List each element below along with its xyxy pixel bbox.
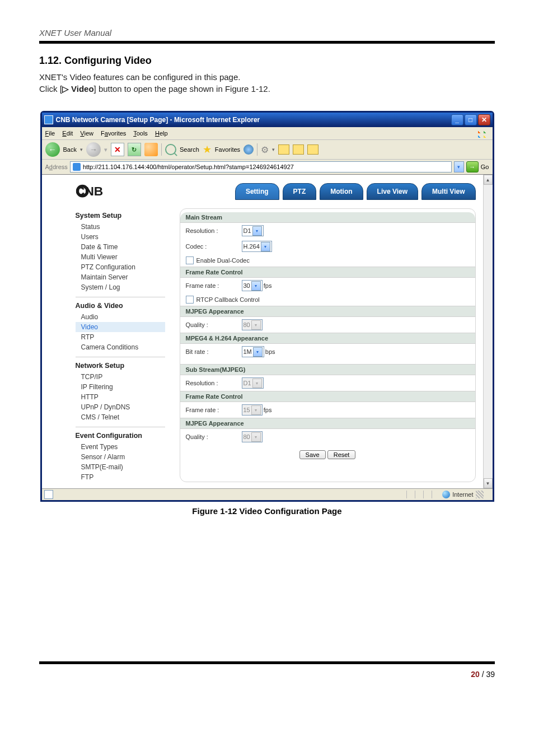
side-status[interactable]: Status <box>76 222 165 232</box>
lbl-dualcodec: Enable Dual-Codec <box>196 257 250 264</box>
windows-flag-icon <box>478 129 489 138</box>
messenger-icon[interactable] <box>307 144 318 155</box>
window-title: CNB Network Camera [Setup Page] - Micros… <box>56 116 260 124</box>
select-sub-resolution[interactable]: D1▾ <box>242 377 264 389</box>
home-button[interactable] <box>144 143 158 156</box>
side-group-event: Event Configuration <box>76 432 165 440</box>
menu-favorites[interactable]: Favorites <box>101 130 126 137</box>
side-multiviewer[interactable]: Multi Viewer <box>76 252 165 262</box>
select-codec[interactable]: H.264▾ <box>242 241 272 252</box>
address-url: http://211.104.176.144:400/html/operator… <box>83 164 294 170</box>
history-icon[interactable]: ⚙ <box>261 144 269 155</box>
checkbox-dualcodec[interactable] <box>186 256 194 264</box>
scroll-up-icon[interactable]: ▲ <box>484 175 493 185</box>
back-button[interactable]: ← <box>45 142 60 157</box>
status-page-icon <box>44 490 53 499</box>
titlebar: CNB Network Camera [Setup Page] - Micros… <box>42 113 493 127</box>
side-video[interactable]: Video <box>76 322 165 332</box>
page-icon <box>73 163 81 171</box>
minimize-button[interactable]: _ <box>451 114 463 125</box>
band-mjpeg: MJPEG Appearance <box>180 306 475 317</box>
band-sub-stream: Sub Stream(MJPEG) <box>180 364 475 375</box>
address-dropdown[interactable]: ▾ <box>454 161 464 172</box>
address-bar: Address http://211.104.176.144:400/html/… <box>42 160 493 175</box>
go-button[interactable]: → <box>466 161 479 172</box>
intro-line-2: Click [▷ Video] button to open the page … <box>39 84 495 94</box>
menu-tools[interactable]: Tools <box>133 130 148 137</box>
tab-liveview[interactable]: Live View <box>367 183 418 200</box>
side-audio[interactable]: Audio <box>76 312 165 322</box>
tab-multiview[interactable]: Multi View <box>421 183 475 200</box>
save-button[interactable]: Save <box>299 450 326 459</box>
side-eventtypes[interactable]: Event Types <box>76 442 165 452</box>
lbl-sub-resolution: Resolution : <box>186 380 242 386</box>
close-button[interactable]: ✕ <box>478 114 490 125</box>
menu-edit[interactable]: Edit <box>62 130 73 137</box>
tab-setting[interactable]: Setting <box>235 183 279 200</box>
checkbox-rtcp[interactable] <box>186 296 194 304</box>
side-http[interactable]: HTTP <box>76 392 165 402</box>
side-cms[interactable]: CMS / Telnet <box>76 412 165 422</box>
side-upnp[interactable]: UPnP / DynDNS <box>76 402 165 412</box>
favorites-icon[interactable]: ★ <box>203 143 212 156</box>
lbl-framerate: Frame rate : <box>186 282 242 289</box>
side-syslog[interactable]: System / Log <box>76 282 165 292</box>
maximize-button[interactable]: □ <box>465 114 477 125</box>
lbl-codec: Codec : <box>186 243 242 250</box>
toolbar: ← Back ▾ → ▾ ✕ ↻ Search ★ Favorites ⚙▾ <box>42 140 493 160</box>
unit-fps: fps <box>264 282 272 289</box>
side-ftp[interactable]: FTP <box>76 472 165 482</box>
tab-motion[interactable]: Motion <box>320 183 363 200</box>
cnb-logo: CNB <box>76 183 160 200</box>
favorites-label[interactable]: Favorites <box>215 146 240 153</box>
side-group-net: Network Setup <box>76 362 165 370</box>
select-sub-framerate[interactable]: 15▾ <box>242 404 263 416</box>
side-smtp[interactable]: SMTP(E-mail) <box>76 462 165 472</box>
refresh-button[interactable]: ↻ <box>128 143 141 156</box>
side-group-system: System Setup <box>76 212 165 220</box>
select-framerate[interactable]: 30▾ <box>242 280 263 291</box>
side-ipfilter[interactable]: IP Filtering <box>76 382 165 392</box>
side-datetime[interactable]: Date & Time <box>76 242 165 252</box>
band-mpeg: MPEG4 & H.264 Appearance <box>180 333 475 344</box>
select-quality[interactable]: 80▾ <box>242 319 263 330</box>
sidebar: System Setup Status Users Date & Time Mu… <box>76 208 165 482</box>
tab-ptz[interactable]: PTZ <box>283 183 317 200</box>
go-label[interactable]: Go <box>481 164 489 170</box>
lbl-sub-quality: Quality : <box>186 433 242 440</box>
side-sensor[interactable]: Sensor / Alarm <box>76 452 165 462</box>
menu-view[interactable]: View <box>80 130 93 137</box>
search-icon[interactable] <box>165 144 176 155</box>
menu-file[interactable]: File <box>45 130 55 137</box>
side-rtp[interactable]: RTP <box>76 332 165 342</box>
search-label[interactable]: Search <box>180 146 199 153</box>
select-bitrate[interactable]: 1M▾ <box>242 346 264 357</box>
band-frc: Frame Rate Control <box>180 267 475 278</box>
select-resolution[interactable]: D1▾ <box>242 225 264 236</box>
intro-2-pre: Click [ <box>39 84 62 94</box>
resize-grip-icon[interactable] <box>476 491 484 498</box>
side-users[interactable]: Users <box>76 232 165 242</box>
back-label[interactable]: Back <box>63 146 77 153</box>
side-camcond[interactable]: Camera Conditions <box>76 342 165 352</box>
intro-line-1: XNET's Video features can be configured … <box>39 72 495 82</box>
forward-button[interactable]: → <box>86 142 101 157</box>
media-icon[interactable] <box>243 144 254 155</box>
lbl-bitrate: Bit rate : <box>186 348 242 355</box>
mail-icon[interactable] <box>278 144 289 155</box>
scroll-down-icon[interactable]: ▼ <box>484 478 493 488</box>
select-sub-quality[interactable]: 80▾ <box>242 431 263 442</box>
stop-button[interactable]: ✕ <box>111 143 124 156</box>
intro-2-btn: ▷ Video <box>62 84 94 94</box>
side-tcpip[interactable]: TCP/IP <box>76 372 165 382</box>
menu-help[interactable]: Help <box>155 130 168 137</box>
scrollbar[interactable]: ▲ ▼ <box>483 175 493 488</box>
side-ptzconfig[interactable]: PTZ Configuration <box>76 262 165 272</box>
figure-caption: Figure 1-12 Video Configuration Page <box>39 506 495 516</box>
reset-button[interactable]: Reset <box>327 450 356 459</box>
side-maintain[interactable]: Maintain Server <box>76 272 165 282</box>
unit-sub-fps: fps <box>264 407 272 413</box>
address-field[interactable]: http://211.104.176.144:400/html/operator… <box>70 161 452 172</box>
lbl-sub-framerate: Frame rate : <box>186 407 242 413</box>
print-icon[interactable] <box>293 144 304 155</box>
